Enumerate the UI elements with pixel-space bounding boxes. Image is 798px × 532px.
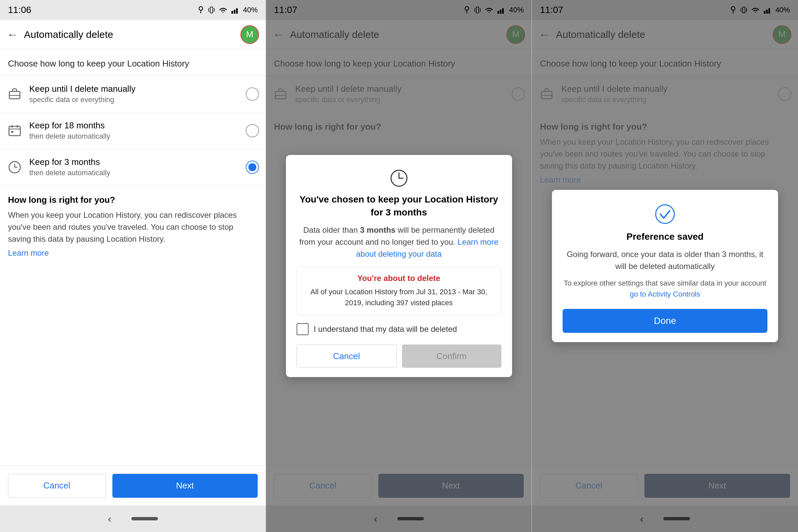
avatar-1[interactable]: M: [241, 25, 259, 44]
top-bar-1: ← Automatically delete M: [0, 20, 266, 49]
svg-point-0: [199, 7, 203, 10]
options-list-1: Keep until I delete manually specific da…: [0, 76, 266, 186]
status-icons-1: 40%: [197, 5, 258, 15]
svg-rect-3: [234, 10, 235, 14]
dialog-title-confirm: You've chosen to keep your Location Hist…: [297, 193, 501, 219]
nav-pill-1: [131, 517, 158, 520]
page-subtitle-1: Choose how long to keep your Location Hi…: [0, 49, 266, 76]
info-body-1: When you keep your Location History, you…: [8, 209, 258, 245]
option-text-1: Keep until I delete manually specific da…: [29, 84, 239, 104]
cancel-button-1[interactable]: Cancel: [8, 474, 106, 498]
dialog-clock-icon: [297, 167, 501, 188]
svg-point-32: [656, 205, 674, 224]
svg-rect-2: [231, 11, 233, 14]
dialog-cancel-button[interactable]: Cancel: [297, 344, 397, 368]
option-title-3: Keep for 3 months: [29, 157, 239, 167]
checkbox-label: I understand that my data will be delete…: [314, 324, 457, 334]
status-time-1: 11:06: [8, 5, 31, 15]
svg-rect-7: [9, 126, 20, 136]
saved-dialog-title: Preference saved: [563, 230, 767, 243]
signal-icon: [231, 6, 240, 14]
option-subtitle-3: then delete automatically: [29, 169, 239, 177]
clock-icon-1: [7, 159, 23, 175]
next-button-1[interactable]: Next: [112, 474, 258, 498]
top-bar-title-1: Automatically delete: [24, 29, 235, 40]
dialog-checkmark-icon: [563, 202, 767, 225]
radio-18months-1[interactable]: [246, 124, 259, 137]
option-keep-manually-1[interactable]: Keep until I delete manually specific da…: [0, 76, 266, 112]
option-subtitle-18: then delete automatically: [29, 132, 239, 141]
option-title-1: Keep until I delete manually: [29, 84, 239, 94]
info-title-1: How long is right for you?: [8, 195, 258, 205]
svg-rect-1: [210, 7, 212, 13]
back-button-1[interactable]: ←: [7, 27, 19, 41]
calendar-icon-1: [7, 123, 23, 139]
nav-back-1[interactable]: ‹: [108, 513, 111, 525]
svg-rect-11: [11, 131, 13, 133]
saved-dialog-body: Going forward, once your data is older t…: [563, 248, 767, 272]
dialog-btn-row: Cancel Confirm: [297, 344, 501, 368]
option-text-18: Keep for 18 months then delete automatic…: [29, 120, 239, 141]
location-icon: [197, 5, 205, 15]
dialog-warning-body: All of your Location History from Jul 31…: [305, 286, 493, 308]
dialog-warning-title: You're about to delete: [305, 274, 493, 283]
info-section-1: How long is right for you? When you keep…: [0, 186, 266, 466]
battery-text-1: 40%: [243, 6, 258, 14]
bottom-bar-1: Cancel Next: [0, 466, 266, 506]
activity-controls-link[interactable]: go to Activity Controls: [630, 290, 700, 298]
confirm-dialog: You've chosen to keep your Location Hist…: [286, 155, 512, 377]
nav-bar-1: ‹: [0, 506, 266, 532]
phone-panel-1: 11:06 40% ← Automatically delete M Choos…: [0, 0, 266, 532]
dialog-confirm-button[interactable]: Confirm: [402, 344, 501, 368]
option-text-3: Keep for 3 months then delete automatica…: [29, 157, 239, 177]
dialog-warning-box: You're about to delete All of your Locat…: [297, 267, 501, 315]
radio-3months-1[interactable]: [246, 160, 259, 174]
svg-rect-4: [236, 8, 238, 14]
dialog-overlay-2: You've chosen to keep your Location Hist…: [266, 0, 532, 532]
phone-panel-3: 11:07 40% ← Automatically delete M Choos…: [532, 0, 798, 532]
phone-panel-2: 11:07 40% ← Automatically delete M Choos…: [266, 0, 532, 532]
dialog-learn-more-link[interactable]: Learn more about deleting your data: [356, 238, 498, 258]
done-button[interactable]: Done: [563, 309, 767, 333]
option-3months-1[interactable]: Keep for 3 months then delete automatica…: [0, 149, 266, 186]
wifi-icon: [218, 6, 228, 14]
checkbox-row: I understand that my data will be delete…: [297, 323, 501, 335]
dialog-body-confirm: Data older than 3 months will be permane…: [297, 224, 501, 260]
radio-manually-1[interactable]: [246, 88, 259, 101]
briefcase-icon-1: [7, 86, 23, 102]
option-18months-1[interactable]: Keep for 18 months then delete automatic…: [0, 112, 266, 149]
option-title-18: Keep for 18 months: [29, 120, 239, 131]
understand-checkbox[interactable]: [297, 323, 308, 335]
option-subtitle-1: specific data or everything: [29, 95, 239, 104]
saved-dialog: Preference saved Going forward, once you…: [552, 190, 778, 342]
learn-more-link-1[interactable]: Learn more: [8, 248, 258, 258]
saved-dialog-overlay: Preference saved Going forward, once you…: [532, 0, 798, 532]
saved-dialog-note: To explore other settings that save simi…: [563, 278, 767, 300]
status-bar-1: 11:06 40%: [0, 0, 266, 20]
vibrate-icon: [208, 5, 215, 15]
